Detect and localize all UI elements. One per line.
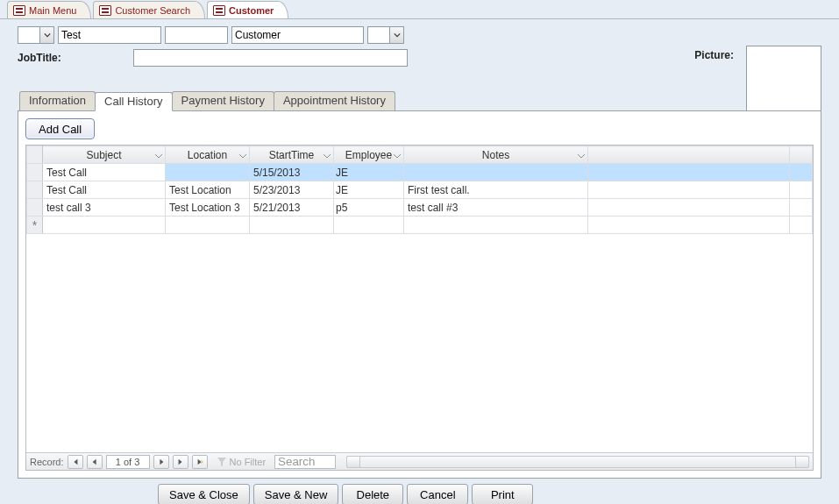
table-row[interactable]: test call 3 Test Location 3 5/21/2013 p5… bbox=[27, 199, 813, 217]
cell-subject[interactable]: Test Call bbox=[43, 181, 166, 199]
chevron-down-icon[interactable] bbox=[389, 27, 403, 43]
cell-blank[interactable] bbox=[588, 181, 790, 199]
job-title-label: JobTitle: bbox=[18, 52, 70, 64]
cell-start-time[interactable]: 5/23/2013 bbox=[250, 181, 334, 199]
cell-notes[interactable]: First test call. bbox=[404, 181, 588, 199]
table-row[interactable]: Test Call 5/15/2013 JE bbox=[27, 164, 813, 181]
cell-blank[interactable] bbox=[790, 181, 813, 199]
datasheet-empty-area bbox=[26, 234, 813, 452]
tab-main-menu[interactable]: Main Menu bbox=[7, 1, 91, 18]
cell-start-time[interactable]: 5/21/2013 bbox=[250, 199, 334, 217]
nav-first-button[interactable] bbox=[68, 455, 83, 469]
cell-blank[interactable] bbox=[404, 217, 588, 234]
cell-blank[interactable] bbox=[334, 217, 404, 234]
job-title-field[interactable] bbox=[133, 49, 408, 67]
nav-prev-button[interactable] bbox=[87, 455, 103, 469]
cell-blank[interactable] bbox=[790, 217, 813, 234]
nav-search-input[interactable] bbox=[274, 455, 336, 469]
subtab-information[interactable]: Information bbox=[19, 91, 96, 110]
last-name-field[interactable] bbox=[231, 26, 364, 44]
subform-tab-strip: Information Call History Payment History… bbox=[18, 91, 821, 110]
cell-employee[interactable]: JE bbox=[334, 164, 404, 181]
form-action-buttons: Save & Close Save & New Delete Cancel Pr… bbox=[18, 479, 821, 504]
cell-location[interactable]: Test Location 3 bbox=[166, 199, 250, 217]
subtab-payment-history[interactable]: Payment History bbox=[172, 91, 274, 110]
cell-blank[interactable] bbox=[250, 217, 334, 234]
form-icon bbox=[213, 5, 225, 16]
first-name-field[interactable] bbox=[58, 26, 161, 44]
chevron-down-icon[interactable] bbox=[154, 151, 163, 160]
document-tab-strip: Main Menu Customer Search Customer bbox=[0, 0, 839, 19]
cell-blank[interactable] bbox=[790, 199, 813, 217]
chevron-down-icon[interactable] bbox=[238, 151, 247, 160]
cell-notes[interactable] bbox=[404, 164, 588, 181]
col-add[interactable] bbox=[790, 146, 813, 164]
cell-start-time[interactable]: 5/15/2013 bbox=[250, 164, 334, 181]
cell-subject[interactable]: test call 3 bbox=[43, 199, 166, 217]
tab-label: Customer Search bbox=[115, 5, 190, 16]
row-selector[interactable] bbox=[27, 181, 43, 199]
form-icon bbox=[13, 5, 25, 16]
cell-blank[interactable] bbox=[790, 164, 813, 181]
subtab-appointment-history[interactable]: Appointment History bbox=[274, 91, 395, 110]
record-navigator: Record: 1 of 3 No Filter bbox=[26, 452, 813, 470]
cell-notes[interactable]: test call #3 bbox=[404, 199, 588, 217]
nav-next-button[interactable] bbox=[153, 455, 169, 469]
cell-blank[interactable] bbox=[588, 199, 790, 217]
col-start-time[interactable]: StartTime bbox=[250, 146, 334, 164]
chevron-down-icon[interactable] bbox=[323, 151, 331, 160]
cell-location[interactable]: Test Location bbox=[166, 181, 250, 199]
select-all-cell[interactable] bbox=[27, 146, 43, 164]
cell-blank[interactable] bbox=[43, 217, 166, 234]
col-employee[interactable]: Employee bbox=[334, 146, 404, 164]
save-close-button[interactable]: Save & Close bbox=[158, 484, 250, 504]
picture-label: Picture: bbox=[694, 49, 734, 61]
chevron-down-icon[interactable] bbox=[577, 151, 586, 160]
delete-button[interactable]: Delete bbox=[342, 484, 403, 504]
form-icon bbox=[99, 5, 111, 16]
row-selector[interactable] bbox=[27, 199, 43, 217]
cell-employee[interactable]: JE bbox=[334, 181, 404, 199]
col-blank[interactable] bbox=[588, 146, 790, 164]
row-selector[interactable] bbox=[27, 164, 43, 181]
cell-location[interactable] bbox=[166, 164, 250, 181]
calls-datasheet: Subject Location StartTime Employee Note… bbox=[25, 145, 814, 471]
horizontal-scrollbar[interactable] bbox=[346, 456, 809, 468]
print-button[interactable]: Print bbox=[472, 484, 533, 504]
nav-last-button[interactable] bbox=[173, 455, 188, 469]
cell-subject[interactable]: Test Call bbox=[43, 164, 166, 181]
suffix-combo[interactable] bbox=[367, 26, 404, 44]
filter-indicator[interactable]: No Filter bbox=[217, 457, 267, 467]
nav-new-button[interactable] bbox=[192, 455, 208, 469]
calls-table: Subject Location StartTime Employee Note… bbox=[26, 146, 813, 234]
col-notes[interactable]: Notes bbox=[404, 146, 588, 164]
cancel-button[interactable]: Cancel bbox=[407, 484, 468, 504]
prefix-combo[interactable] bbox=[18, 26, 54, 44]
table-row[interactable]: Test Call Test Location 5/23/2013 JE Fir… bbox=[27, 181, 813, 199]
customer-name-row bbox=[18, 26, 821, 44]
subform-panel: Add Call bbox=[18, 110, 821, 479]
record-position[interactable]: 1 of 3 bbox=[106, 455, 150, 469]
middle-name-field[interactable] bbox=[165, 26, 228, 44]
table-header-row: Subject Location StartTime Employee Note… bbox=[27, 146, 813, 164]
tab-label: Customer bbox=[229, 5, 274, 16]
subtab-call-history[interactable]: Call History bbox=[95, 92, 172, 111]
add-call-button[interactable]: Add Call bbox=[25, 118, 95, 139]
record-label: Record: bbox=[30, 457, 64, 467]
new-record-icon[interactable]: * bbox=[27, 217, 43, 234]
tab-customer-search[interactable]: Customer Search bbox=[93, 1, 205, 18]
table-row-new[interactable]: * bbox=[27, 217, 813, 234]
tab-label: Main Menu bbox=[29, 5, 76, 16]
save-new-button[interactable]: Save & New bbox=[253, 484, 339, 504]
col-subject[interactable]: Subject bbox=[43, 146, 166, 164]
col-location[interactable]: Location bbox=[166, 146, 250, 164]
chevron-down-icon[interactable] bbox=[393, 151, 402, 160]
cell-blank[interactable] bbox=[166, 217, 250, 234]
cell-blank[interactable] bbox=[588, 217, 790, 234]
chevron-down-icon[interactable] bbox=[39, 27, 53, 43]
cell-employee[interactable]: p5 bbox=[334, 199, 404, 217]
cell-blank[interactable] bbox=[588, 164, 790, 181]
funnel-icon bbox=[217, 457, 227, 467]
tab-customer[interactable]: Customer bbox=[207, 1, 288, 18]
